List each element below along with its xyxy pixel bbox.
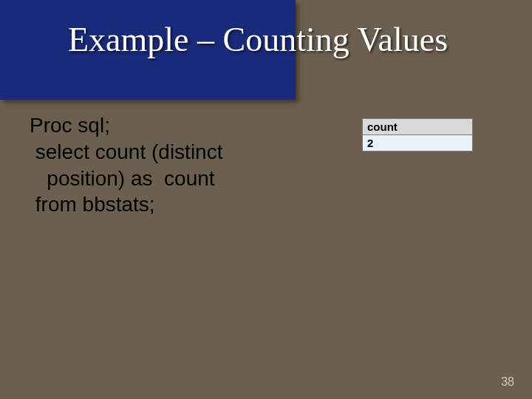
table-header-count: count [363, 119, 473, 135]
result-table: count 2 [362, 118, 473, 151]
page-number: 38 [501, 375, 514, 389]
code-line-2: select count (distinct [30, 139, 222, 166]
table-cell-value: 2 [363, 135, 473, 151]
code-line-1: Proc sql; [30, 112, 222, 139]
table-row: count [363, 119, 473, 135]
slide: Example – Counting Values Proc sql; sele… [0, 0, 532, 399]
slide-title: Example – Counting Values [68, 22, 511, 58]
code-line-3: position) as count [30, 166, 222, 192]
code-line-4: from bbstats; [30, 191, 222, 218]
table-row: 2 [363, 135, 473, 151]
code-block: Proc sql; select count (distinct positio… [30, 112, 222, 218]
